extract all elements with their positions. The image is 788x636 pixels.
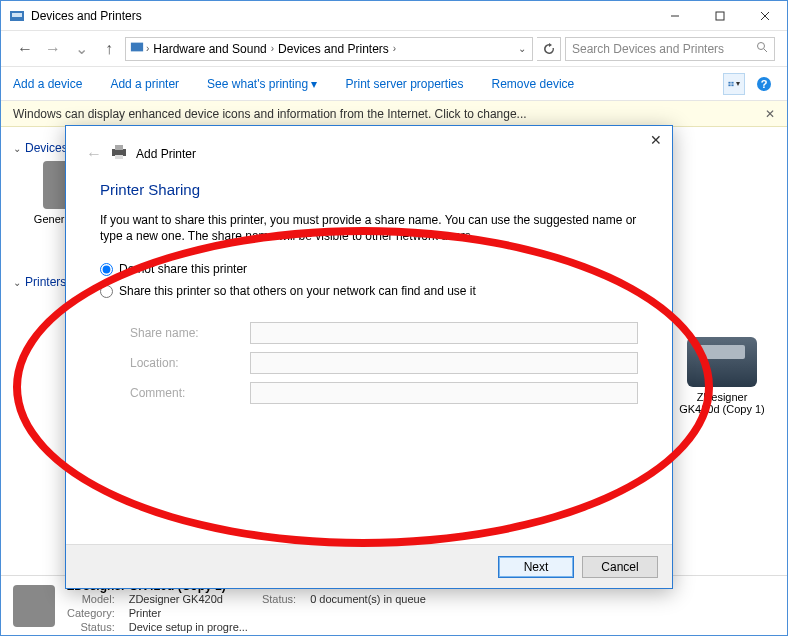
add-printer-button[interactable]: Add a printer [110, 77, 179, 91]
up-button[interactable]: ↑ [97, 37, 121, 61]
svg-point-7 [758, 43, 765, 50]
svg-rect-6 [131, 43, 143, 52]
svg-text:?: ? [761, 78, 768, 90]
titlebar: Devices and Printers [1, 1, 787, 31]
help-button[interactable]: ? [753, 73, 775, 95]
printer-icon [13, 585, 55, 627]
radio-do-not-share-label[interactable]: Do not share this printer [119, 262, 247, 276]
window-title: Devices and Printers [31, 9, 652, 23]
info-bar-close-icon[interactable]: ✕ [765, 107, 775, 121]
dialog-title: Printer Sharing [66, 167, 672, 204]
svg-line-8 [764, 49, 767, 52]
close-button[interactable] [742, 1, 787, 30]
svg-rect-15 [112, 149, 126, 156]
forward-button[interactable]: → [41, 37, 65, 61]
minimize-button[interactable] [652, 1, 697, 30]
radio-share-label[interactable]: Share this printer so that others on you… [119, 284, 476, 298]
category-value: Printer [129, 607, 248, 619]
location-label: Location: [130, 356, 250, 370]
app-icon [9, 8, 25, 24]
dialog-close-button[interactable]: ✕ [650, 132, 662, 148]
dialog-back-button[interactable]: ← [86, 145, 102, 163]
add-device-button[interactable]: Add a device [13, 77, 82, 91]
chevron-right-icon: › [271, 43, 274, 54]
dialog-header: Add Printer [136, 147, 196, 161]
radio-share[interactable] [100, 285, 113, 298]
location-input[interactable] [250, 352, 638, 374]
breadcrumb[interactable]: › Hardware and Sound › Devices and Print… [125, 37, 533, 61]
status2-key: Status: [67, 621, 115, 633]
cancel-button[interactable]: Cancel [582, 556, 658, 578]
model-value: ZDesigner GK420d [129, 593, 248, 605]
comment-label: Comment: [130, 386, 250, 400]
svg-rect-1 [12, 13, 22, 17]
see-whats-printing-button[interactable]: See what's printing ▾ [207, 77, 317, 91]
radio-do-not-share[interactable] [100, 263, 113, 276]
breadcrumb-seg[interactable]: Devices and Printers [278, 42, 389, 56]
info-bar[interactable]: Windows can display enhanced device icon… [1, 101, 787, 127]
next-button[interactable]: Next [498, 556, 574, 578]
share-name-label: Share name: [130, 326, 250, 340]
chevron-right-icon: › [146, 43, 149, 54]
remove-device-button[interactable]: Remove device [492, 77, 575, 91]
address-bar: ← → ⌄ ↑ › Hardware and Sound › Devices a… [1, 31, 787, 67]
back-button[interactable]: ← [13, 37, 37, 61]
print-server-properties-button[interactable]: Print server properties [345, 77, 463, 91]
svg-rect-12 [731, 84, 733, 86]
dialog-intro: If you want to share this printer, you m… [100, 212, 638, 244]
chevron-down-icon[interactable]: ⌄ [518, 43, 526, 54]
printer-label: ZDesigner GK420d (Copy 1) [677, 391, 767, 415]
svg-rect-10 [731, 81, 733, 83]
category-key: Category: [67, 607, 115, 619]
window-controls [652, 1, 787, 30]
control-panel-icon [130, 40, 144, 57]
refresh-button[interactable] [537, 37, 561, 61]
search-placeholder: Search Devices and Printers [572, 42, 724, 56]
printer-icon [687, 337, 757, 387]
command-bar: Add a device Add a printer See what's pr… [1, 67, 787, 101]
svg-rect-16 [115, 145, 123, 150]
maximize-button[interactable] [697, 1, 742, 30]
svg-rect-17 [115, 155, 123, 159]
chevron-right-icon: › [393, 43, 396, 54]
share-name-input[interactable] [250, 322, 638, 344]
svg-rect-9 [728, 81, 730, 83]
status-key: Status: [262, 593, 296, 605]
printer-icon [110, 144, 128, 163]
svg-rect-11 [728, 84, 730, 86]
svg-rect-3 [716, 12, 724, 20]
breadcrumb-seg[interactable]: Hardware and Sound [153, 42, 266, 56]
status2-value: Device setup in progre... [129, 621, 248, 633]
add-printer-dialog: ✕ ← Add Printer Printer Sharing If you w… [65, 125, 673, 589]
printer-item[interactable]: ZDesigner GK420d (Copy 1) [677, 337, 767, 415]
search-input[interactable]: Search Devices and Printers [565, 37, 775, 61]
recent-locations-button[interactable]: ⌄ [69, 37, 93, 61]
view-options-button[interactable]: ▾ [723, 73, 745, 95]
info-bar-text: Windows can display enhanced device icon… [13, 107, 527, 121]
search-icon [756, 41, 768, 56]
comment-input[interactable] [250, 382, 638, 404]
status-value: 0 document(s) in queue [310, 593, 426, 605]
model-key: Model: [67, 593, 115, 605]
